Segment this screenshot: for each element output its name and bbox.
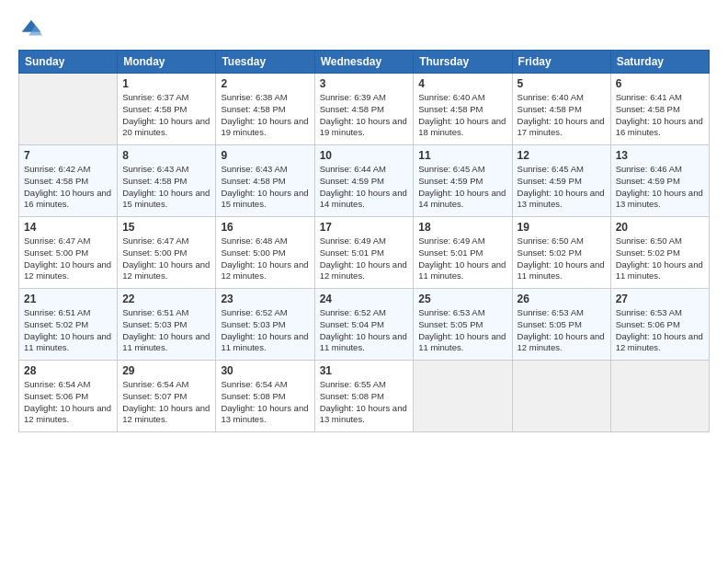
day-cell: 22Sunrise: 6:51 AMSunset: 5:03 PMDayligh… <box>118 289 216 361</box>
day-info: Sunrise: 6:37 AMSunset: 4:58 PMDaylight:… <box>122 92 210 139</box>
day-number: 26 <box>518 293 606 305</box>
week-row-5: 28Sunrise: 6:54 AMSunset: 5:06 PMDayligh… <box>19 361 710 432</box>
day-info: Sunrise: 6:53 AMSunset: 5:06 PMDaylight:… <box>616 307 704 354</box>
day-cell <box>610 361 709 432</box>
day-info: Sunrise: 6:38 AMSunset: 4:58 PMDaylight:… <box>221 92 309 139</box>
day-number: 12 <box>518 149 606 162</box>
day-number: 24 <box>320 293 409 305</box>
day-info: Sunrise: 6:54 AMSunset: 5:06 PMDaylight:… <box>24 379 112 426</box>
day-info: Sunrise: 6:53 AMSunset: 5:05 PMDaylight:… <box>518 307 606 354</box>
header-row: SundayMondayTuesdayWednesdayThursdayFrid… <box>19 51 710 74</box>
day-number: 10 <box>320 149 409 162</box>
day-cell: 16Sunrise: 6:48 AMSunset: 5:00 PMDayligh… <box>216 217 314 289</box>
logo-icon <box>18 17 44 42</box>
header-cell-friday: Friday <box>512 51 610 74</box>
day-info: Sunrise: 6:52 AMSunset: 5:04 PMDaylight:… <box>320 307 409 354</box>
day-info: Sunrise: 6:53 AMSunset: 5:05 PMDaylight:… <box>418 307 506 354</box>
header-cell-monday: Monday <box>118 51 216 74</box>
day-cell: 10Sunrise: 6:44 AMSunset: 4:59 PMDayligh… <box>314 145 414 217</box>
day-info: Sunrise: 6:39 AMSunset: 4:58 PMDaylight:… <box>320 92 409 139</box>
day-number: 18 <box>418 221 506 234</box>
day-cell: 15Sunrise: 6:47 AMSunset: 5:00 PMDayligh… <box>118 217 216 289</box>
day-number: 15 <box>122 221 210 234</box>
day-info: Sunrise: 6:45 AMSunset: 4:59 PMDaylight:… <box>418 164 506 211</box>
day-info: Sunrise: 6:54 AMSunset: 5:07 PMDaylight:… <box>122 379 210 426</box>
day-info: Sunrise: 6:50 AMSunset: 5:02 PMDaylight:… <box>616 236 704 282</box>
day-number: 14 <box>24 221 112 234</box>
day-number: 25 <box>418 293 506 305</box>
day-number: 8 <box>122 149 210 162</box>
day-cell: 25Sunrise: 6:53 AMSunset: 5:05 PMDayligh… <box>414 289 512 361</box>
logo <box>18 17 48 42</box>
day-info: Sunrise: 6:49 AMSunset: 5:01 PMDaylight:… <box>418 236 506 282</box>
week-row-2: 7Sunrise: 6:42 AMSunset: 4:58 PMDaylight… <box>19 145 710 217</box>
day-number: 3 <box>320 77 409 90</box>
day-cell <box>414 361 512 432</box>
day-info: Sunrise: 6:51 AMSunset: 5:02 PMDaylight:… <box>24 307 112 354</box>
page: SundayMondayTuesdayWednesdayThursdayFrid… <box>0 0 728 563</box>
day-info: Sunrise: 6:51 AMSunset: 5:03 PMDaylight:… <box>122 307 210 354</box>
day-cell: 6Sunrise: 6:41 AMSunset: 4:58 PMDaylight… <box>610 74 709 145</box>
day-number: 31 <box>320 364 409 377</box>
day-cell: 23Sunrise: 6:52 AMSunset: 5:03 PMDayligh… <box>216 289 314 361</box>
day-cell: 1Sunrise: 6:37 AMSunset: 4:58 PMDaylight… <box>118 74 216 145</box>
header-cell-tuesday: Tuesday <box>216 51 314 74</box>
day-number: 30 <box>221 364 309 377</box>
day-cell: 20Sunrise: 6:50 AMSunset: 5:02 PMDayligh… <box>610 217 709 289</box>
day-number: 19 <box>518 221 606 234</box>
day-info: Sunrise: 6:50 AMSunset: 5:02 PMDaylight:… <box>518 236 606 282</box>
day-cell: 30Sunrise: 6:54 AMSunset: 5:08 PMDayligh… <box>216 361 314 432</box>
calendar: SundayMondayTuesdayWednesdayThursdayFrid… <box>18 50 710 432</box>
day-number: 27 <box>616 293 704 305</box>
day-number: 22 <box>122 293 210 305</box>
day-cell: 21Sunrise: 6:51 AMSunset: 5:02 PMDayligh… <box>19 289 118 361</box>
day-info: Sunrise: 6:43 AMSunset: 4:58 PMDaylight:… <box>122 164 210 211</box>
day-cell: 19Sunrise: 6:50 AMSunset: 5:02 PMDayligh… <box>512 217 610 289</box>
day-number: 29 <box>122 364 210 377</box>
day-info: Sunrise: 6:54 AMSunset: 5:08 PMDaylight:… <box>221 379 309 426</box>
day-number: 7 <box>24 149 112 162</box>
day-cell: 2Sunrise: 6:38 AMSunset: 4:58 PMDaylight… <box>216 74 314 145</box>
day-number: 2 <box>221 77 309 90</box>
day-cell: 31Sunrise: 6:55 AMSunset: 5:08 PMDayligh… <box>314 361 414 432</box>
day-cell: 29Sunrise: 6:54 AMSunset: 5:07 PMDayligh… <box>118 361 216 432</box>
day-info: Sunrise: 6:52 AMSunset: 5:03 PMDaylight:… <box>221 307 309 354</box>
day-number: 21 <box>24 293 112 305</box>
day-number: 28 <box>24 364 112 377</box>
day-number: 9 <box>221 149 309 162</box>
day-number: 23 <box>221 293 309 305</box>
day-info: Sunrise: 6:40 AMSunset: 4:58 PMDaylight:… <box>518 92 606 139</box>
day-cell: 13Sunrise: 6:46 AMSunset: 4:59 PMDayligh… <box>610 145 709 217</box>
day-cell: 14Sunrise: 6:47 AMSunset: 5:00 PMDayligh… <box>19 217 118 289</box>
header-cell-sunday: Sunday <box>19 51 118 74</box>
day-cell: 7Sunrise: 6:42 AMSunset: 4:58 PMDaylight… <box>19 145 118 217</box>
day-info: Sunrise: 6:45 AMSunset: 4:59 PMDaylight:… <box>518 164 606 211</box>
day-info: Sunrise: 6:41 AMSunset: 4:58 PMDaylight:… <box>616 92 704 139</box>
day-cell: 5Sunrise: 6:40 AMSunset: 4:58 PMDaylight… <box>512 74 610 145</box>
header <box>18 17 710 42</box>
day-info: Sunrise: 6:47 AMSunset: 5:00 PMDaylight:… <box>24 236 112 282</box>
day-cell: 17Sunrise: 6:49 AMSunset: 5:01 PMDayligh… <box>314 217 414 289</box>
header-cell-saturday: Saturday <box>610 51 709 74</box>
day-info: Sunrise: 6:42 AMSunset: 4:58 PMDaylight:… <box>24 164 112 211</box>
day-cell: 27Sunrise: 6:53 AMSunset: 5:06 PMDayligh… <box>610 289 709 361</box>
day-info: Sunrise: 6:55 AMSunset: 5:08 PMDaylight:… <box>320 379 409 426</box>
day-number: 5 <box>518 77 606 90</box>
day-cell: 26Sunrise: 6:53 AMSunset: 5:05 PMDayligh… <box>512 289 610 361</box>
day-info: Sunrise: 6:48 AMSunset: 5:00 PMDaylight:… <box>221 236 309 282</box>
day-number: 6 <box>616 77 704 90</box>
day-number: 13 <box>616 149 704 162</box>
day-cell: 11Sunrise: 6:45 AMSunset: 4:59 PMDayligh… <box>414 145 512 217</box>
day-cell: 18Sunrise: 6:49 AMSunset: 5:01 PMDayligh… <box>414 217 512 289</box>
header-cell-thursday: Thursday <box>414 51 512 74</box>
day-number: 4 <box>418 77 506 90</box>
day-cell <box>512 361 610 432</box>
day-info: Sunrise: 6:46 AMSunset: 4:59 PMDaylight:… <box>616 164 704 211</box>
day-info: Sunrise: 6:44 AMSunset: 4:59 PMDaylight:… <box>320 164 409 211</box>
day-cell <box>19 74 118 145</box>
day-cell: 28Sunrise: 6:54 AMSunset: 5:06 PMDayligh… <box>19 361 118 432</box>
day-cell: 24Sunrise: 6:52 AMSunset: 5:04 PMDayligh… <box>314 289 414 361</box>
day-info: Sunrise: 6:43 AMSunset: 4:58 PMDaylight:… <box>221 164 309 211</box>
day-number: 11 <box>418 149 506 162</box>
day-cell: 12Sunrise: 6:45 AMSunset: 4:59 PMDayligh… <box>512 145 610 217</box>
